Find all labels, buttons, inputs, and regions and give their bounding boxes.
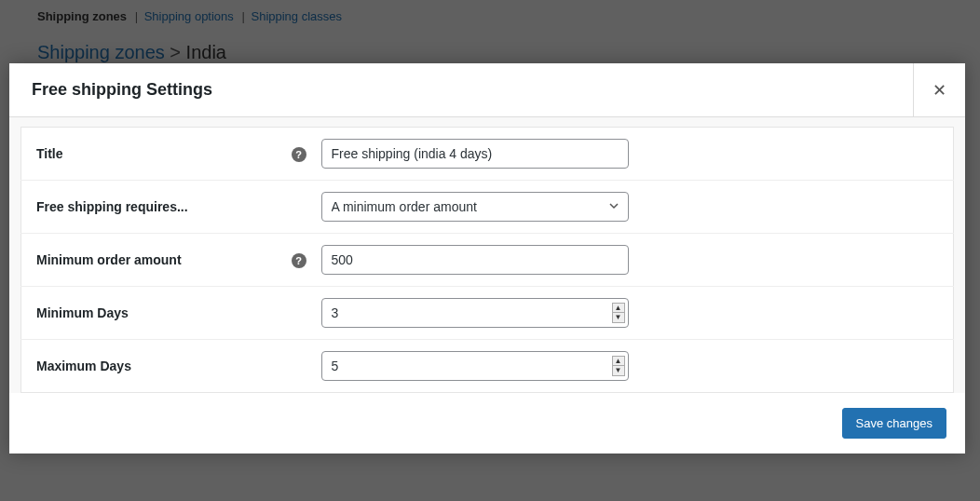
modal-title: Free shipping Settings: [9, 63, 235, 116]
modal-header: Free shipping Settings ✕: [9, 63, 965, 117]
number-spinner: ▲ ▼: [612, 356, 625, 376]
modal-body: Title ? Free shipping requires... A mini…: [9, 117, 965, 393]
spinner-down-button[interactable]: ▼: [613, 366, 624, 375]
min-days-label: Minimum Days: [21, 287, 282, 340]
close-button[interactable]: ✕: [913, 63, 965, 116]
close-icon: ✕: [932, 80, 946, 101]
min-days-input[interactable]: [321, 298, 629, 328]
title-input[interactable]: [321, 139, 629, 169]
requires-select[interactable]: A minimum order amount: [321, 192, 629, 222]
spinner-down-button[interactable]: ▼: [613, 313, 624, 322]
min-amount-label: Minimum order amount: [21, 234, 282, 287]
help-icon[interactable]: ?: [292, 147, 306, 162]
spinner-up-button[interactable]: ▲: [613, 357, 624, 366]
modal-footer: Save changes: [9, 393, 965, 454]
max-days-label: Maximum Days: [21, 340, 282, 393]
title-label: Title: [21, 128, 282, 181]
spinner-up-button[interactable]: ▲: [613, 304, 624, 313]
min-amount-input[interactable]: [321, 245, 629, 275]
save-button[interactable]: Save changes: [842, 408, 946, 439]
help-icon[interactable]: ?: [292, 253, 306, 268]
settings-modal: Free shipping Settings ✕ Title ? Free sh…: [9, 63, 965, 454]
requires-label: Free shipping requires...: [21, 181, 282, 234]
number-spinner: ▲ ▼: [612, 303, 625, 323]
max-days-input[interactable]: [321, 351, 629, 381]
